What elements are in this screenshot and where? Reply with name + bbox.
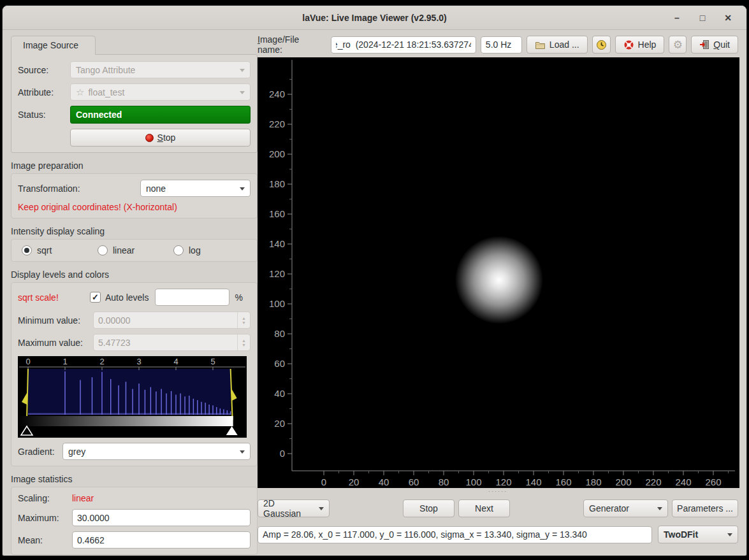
bottom-controls-row: 2D Gaussian Stop Next Generator Paramete…	[258, 499, 738, 517]
next-button[interactable]: Next	[458, 499, 510, 517]
tab-image-source[interactable]: Image Source	[11, 36, 96, 55]
y-tick-label: 160	[269, 208, 285, 219]
section-image-preparation: Image preparation	[11, 161, 258, 171]
maximum-value-spinbox: 5.47723 ▲▼	[93, 334, 251, 351]
stats-mean-field[interactable]	[72, 531, 251, 549]
plot-svg[interactable]: 0204060801001201401601802002202402600204…	[258, 57, 739, 488]
window-controls: – □ ✕	[669, 10, 746, 26]
stats-maximum-field[interactable]	[72, 509, 251, 526]
stats-mean-label: Mean:	[18, 535, 72, 545]
x-tick-label: 180	[585, 477, 601, 487]
splitter-handle[interactable]: ······	[258, 488, 738, 496]
x-tick-label: 0	[321, 477, 326, 487]
chevron-down-icon	[319, 507, 324, 513]
fit-result-row: TwoDFit	[258, 526, 738, 543]
image-statistics-box: Scaling: linear Maximum: Mean:	[11, 487, 258, 555]
transformation-combo[interactable]: none	[140, 180, 251, 197]
y-tick-label: 20	[274, 418, 285, 429]
status-badge: Connected	[70, 106, 251, 124]
histogram-tick-label: 5	[210, 357, 215, 366]
checkmark-icon: ✓	[92, 292, 99, 302]
histogram-tick-label: 3	[136, 357, 141, 366]
x-tick-label: 120	[495, 477, 511, 487]
app-window: laVue: Live Image Viewer (v2.95.0) – □ ✕…	[2, 5, 747, 556]
x-tick-label: 200	[615, 477, 631, 487]
scaling-radio-group: sqrtlinearlog	[11, 239, 258, 262]
y-tick-label: 200	[269, 148, 285, 159]
window-title: laVue: Live Image Viewer (v2.95.0)	[3, 13, 746, 23]
histogram-region	[28, 369, 231, 415]
percent-label: %	[235, 292, 242, 303]
section-display-levels: Display levels and colors	[11, 269, 258, 280]
image-source-frame: Source: Tango Attribute Attribute: ☆ flo…	[11, 54, 258, 153]
image-file-input[interactable]	[331, 36, 476, 54]
gradient-bar	[18, 416, 233, 426]
x-tick-label: 260	[705, 477, 721, 487]
settings-button[interactable]: ⚙	[669, 36, 687, 54]
y-tick-label: 240	[269, 89, 285, 99]
record-icon	[145, 134, 154, 142]
close-button[interactable]: ✕	[720, 10, 736, 26]
parameters-button[interactable]: Parameters ...	[672, 499, 738, 517]
minimum-value-spinbox: 0.00000 ▲▼	[93, 312, 251, 329]
frequency-input[interactable]	[481, 36, 522, 54]
histogram-tick-label: 0	[25, 357, 30, 366]
star-icon: ☆	[76, 87, 84, 98]
attribute-combo: ☆ float_test	[70, 83, 251, 101]
display-levels-box: sqrt scale! ✓ Auto levels % Minimum valu…	[11, 282, 258, 466]
image-display-area[interactable]: 0204060801001201401601802002202402600204…	[258, 57, 739, 488]
radio-log[interactable]: log	[173, 245, 201, 255]
fit-result-field[interactable]	[258, 526, 652, 543]
radio-sqrt[interactable]: sqrt	[22, 245, 98, 255]
spinner-arrows-icon: ▲▼	[237, 312, 250, 328]
x-tick-label: 80	[439, 477, 449, 487]
maximize-button[interactable]: □	[694, 10, 711, 26]
radio-dot-icon	[98, 245, 108, 255]
section-image-statistics: Image statistics	[11, 474, 258, 484]
gear-icon: ⚙	[673, 39, 683, 50]
main-area: Image Source Source: Tango Attribute Att…	[3, 31, 746, 556]
fit-function-combo[interactable]: TwoDFit	[658, 526, 738, 543]
gradient-combo[interactable]: grey	[62, 443, 251, 460]
auto-levels-percent-input[interactable]	[155, 289, 229, 306]
y-tick-label: 220	[269, 118, 285, 129]
minimum-value-label: Minimum value:	[18, 315, 93, 326]
image-generator-combo[interactable]: 2D Gaussian	[258, 499, 330, 517]
load-button[interactable]: Load ...	[527, 36, 588, 54]
image-preparation-box: Transformation: none Keep original coord…	[11, 173, 258, 219]
generator-combo[interactable]: Generator	[583, 499, 668, 517]
auto-levels-label: Auto levels	[105, 292, 149, 303]
image-file-label: Image/File name:	[258, 34, 326, 55]
gaussian-blob	[455, 236, 543, 324]
maximum-value-label: Maximum value:	[18, 338, 93, 348]
quit-button[interactable]: Quit	[691, 36, 738, 54]
help-button[interactable]: Help	[615, 36, 665, 54]
stats-scaling-value: linear	[72, 493, 94, 503]
stop-source-button[interactable]: Stop	[70, 129, 251, 147]
timer-button[interactable]	[592, 36, 611, 54]
y-tick-label: 180	[269, 178, 285, 189]
titlebar[interactable]: laVue: Live Image Viewer (v2.95.0) – □ ✕	[3, 6, 746, 30]
chevron-down-icon	[240, 69, 245, 75]
radio-dot-icon	[22, 245, 32, 255]
radio-linear[interactable]: linear	[98, 245, 173, 255]
spinner-arrows-icon: ▲▼	[237, 334, 250, 350]
levels-histogram[interactable]: 012345	[18, 356, 247, 438]
auto-levels-checkbox[interactable]: ✓	[90, 292, 101, 303]
y-tick-label: 0	[280, 448, 285, 459]
x-tick-label: 220	[645, 477, 661, 487]
histogram-baseline	[28, 413, 231, 415]
x-tick-label: 60	[409, 477, 419, 487]
chevron-down-icon	[240, 91, 245, 97]
section-intensity-scaling: Intensity display scaling	[11, 226, 258, 236]
status-label: Status:	[18, 110, 70, 120]
right-panel: Image/File name: Load ... Help ⚙	[258, 36, 738, 543]
chevron-down-icon	[240, 450, 245, 456]
coordinates-note: Keep original coordinates! (X-horizontal…	[18, 202, 251, 212]
x-tick-label: 140	[525, 477, 541, 487]
histogram-svg[interactable]: 012345	[18, 356, 247, 436]
x-tick-label: 40	[379, 477, 389, 487]
stop-generator-button[interactable]: Stop	[403, 499, 454, 517]
minimize-button[interactable]: –	[669, 10, 685, 26]
y-tick-label: 40	[274, 388, 285, 399]
